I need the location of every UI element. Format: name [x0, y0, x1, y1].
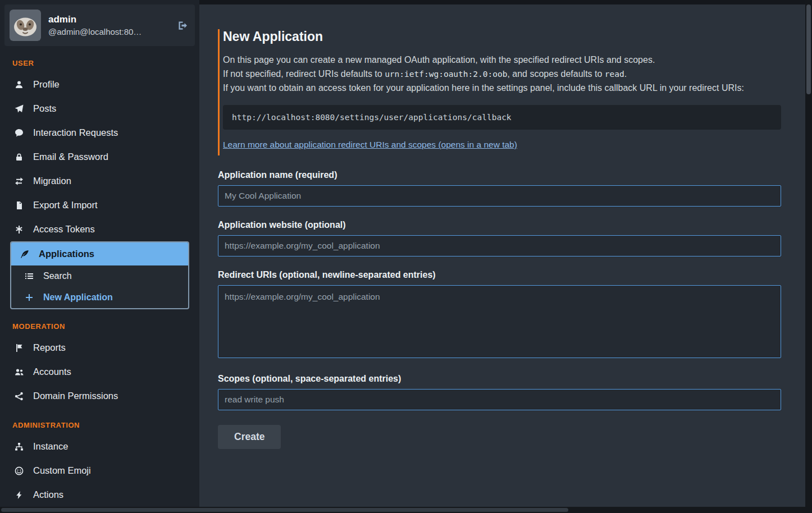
new-application-form: Application name (required) Application … [218, 170, 781, 449]
sidebar-item-label: Access Tokens [33, 224, 95, 235]
sidebar-item-custom-emoji[interactable]: Custom Emoji [4, 459, 195, 483]
sidebar-item-domain-permissions[interactable]: Domain Permissions [4, 384, 195, 408]
sidebar-item-interaction-requests[interactable]: Interaction Requests [4, 121, 195, 145]
section-header-user: USER [12, 59, 187, 67]
sidebar-item-label: Export & Import [33, 200, 98, 210]
sidebar-item-access-tokens[interactable]: Access Tokens [4, 217, 195, 241]
sidebar-item-label: Email & Password [33, 152, 108, 162]
field-redirect-uris: Redirect URIs (optional, newline-separat… [218, 270, 781, 360]
intro-text: If not specified, redirect URIs defaults… [223, 69, 385, 79]
avatar [10, 10, 41, 41]
sidebar-item-label: Interaction Requests [33, 127, 118, 138]
transfer-arrows-icon [13, 177, 25, 186]
page-intro: On this page you can create a new manage… [223, 53, 781, 95]
sidebar-item-label: Migration [33, 176, 71, 186]
intro-line-3: If you want to obtain an access token fo… [223, 81, 781, 95]
applications-group: Applications Search New Application [10, 241, 189, 309]
scopes-input[interactable] [218, 389, 781, 410]
sidebar-item-accounts[interactable]: Accounts [4, 360, 195, 384]
section-header-moderation: MODERATION [12, 322, 187, 331]
intro-text: On this page you can create a new manage… [223, 55, 655, 65]
page-title: New Application [223, 29, 781, 44]
sidebar-item-label: Profile [33, 79, 60, 90]
user-name: admin [48, 14, 170, 25]
asterisk-icon [13, 225, 25, 234]
sidebar-item-label: New Application [43, 292, 113, 303]
sidebar-item-label: Actions [33, 489, 63, 500]
share-nodes-icon [13, 392, 25, 401]
user-card[interactable]: admin @admin@localhost:80… [4, 4, 195, 46]
comment-icon [13, 129, 25, 138]
field-application-website: Application website (optional) [218, 220, 781, 256]
intro-text: If you want to obtain an access token fo… [223, 83, 744, 93]
sidebar-item-label: Domain Permissions [33, 391, 118, 401]
sidebar-item-applications-search[interactable]: Search [11, 265, 188, 287]
lock-icon [13, 153, 25, 162]
inline-code-oob: urn:ietf:wg:oauth:2.0:oob [385, 70, 507, 79]
intro-line-2: If not specified, redirect URIs defaults… [223, 67, 781, 81]
sidebar-item-applications-new[interactable]: New Application [11, 287, 188, 308]
scopes-label: Scopes (optional, space-separated entrie… [218, 374, 781, 384]
sidebar-item-label: Posts [33, 103, 56, 114]
user-handle: @admin@localhost:80… [48, 27, 155, 36]
intro-line-1: On this page you can create a new manage… [223, 53, 781, 67]
smiley-icon [13, 466, 25, 475]
flag-icon [13, 343, 25, 352]
paper-plane-icon [13, 104, 25, 113]
sidebar-item-label: Search [43, 271, 72, 281]
sidebar: admin @admin@localhost:80… USER Profile … [0, 0, 199, 513]
vertical-scrollbar[interactable] [805, 0, 812, 513]
sidebar-item-label: Reports [33, 342, 66, 353]
user-icon [13, 80, 25, 89]
plus-icon [24, 293, 35, 302]
intro-text: , and scopes defaults to [507, 69, 604, 79]
sidebar-item-label: Custom Emoji [33, 465, 91, 476]
sidebar-item-actions[interactable]: Actions [4, 483, 195, 507]
bolt-icon [13, 491, 25, 500]
create-button[interactable]: Create [218, 425, 281, 449]
page-header: New Application On this page you can cre… [218, 29, 781, 155]
application-website-label: Application website (optional) [218, 220, 781, 230]
field-scopes: Scopes (optional, space-separated entrie… [218, 374, 781, 410]
sidebar-item-label: Instance [33, 441, 68, 452]
redirect-uris-textarea[interactable] [218, 285, 781, 358]
logout-icon[interactable] [177, 20, 188, 31]
intro-text: . [624, 69, 627, 79]
main-panel: New Application On this page you can cre… [199, 4, 805, 507]
learn-more-link[interactable]: Learn more about application redirect UR… [223, 140, 517, 150]
sidebar-item-migration[interactable]: Migration [4, 169, 195, 193]
horizontal-scrollbar-thumb[interactable] [1, 508, 568, 512]
application-name-label: Application name (required) [218, 170, 781, 180]
list-icon [24, 272, 35, 281]
file-icon [13, 201, 25, 210]
sidebar-item-export-import[interactable]: Export & Import [4, 193, 195, 217]
sidebar-item-reports[interactable]: Reports [4, 336, 195, 360]
sitemap-icon [13, 442, 25, 451]
user-meta: admin @admin@localhost:80… [48, 14, 170, 36]
sidebar-item-label: Accounts [33, 367, 71, 377]
sidebar-item-applications[interactable]: Applications [11, 242, 188, 265]
redirect-uris-label: Redirect URIs (optional, newline-separat… [218, 270, 781, 280]
application-website-input[interactable] [218, 235, 781, 256]
application-name-input[interactable] [218, 185, 781, 207]
scrollbar-corner [805, 507, 812, 513]
sidebar-item-label: Applications [39, 249, 94, 259]
sidebar-item-email-password[interactable]: Email & Password [4, 145, 195, 169]
feather-icon [19, 250, 30, 259]
vertical-scrollbar-thumb[interactable] [806, 4, 811, 94]
field-application-name: Application name (required) [218, 170, 781, 207]
sidebar-item-profile[interactable]: Profile [4, 72, 195, 97]
users-icon [13, 368, 25, 377]
horizontal-scrollbar[interactable] [0, 507, 805, 513]
sidebar-item-instance[interactable]: Instance [4, 434, 195, 459]
section-header-administration: ADMINISTRATION [12, 421, 187, 429]
callback-url-codeblock: http://localhost:8080/settings/user/appl… [223, 105, 781, 130]
inline-code-read: read [605, 70, 624, 79]
sidebar-item-posts[interactable]: Posts [4, 97, 195, 121]
